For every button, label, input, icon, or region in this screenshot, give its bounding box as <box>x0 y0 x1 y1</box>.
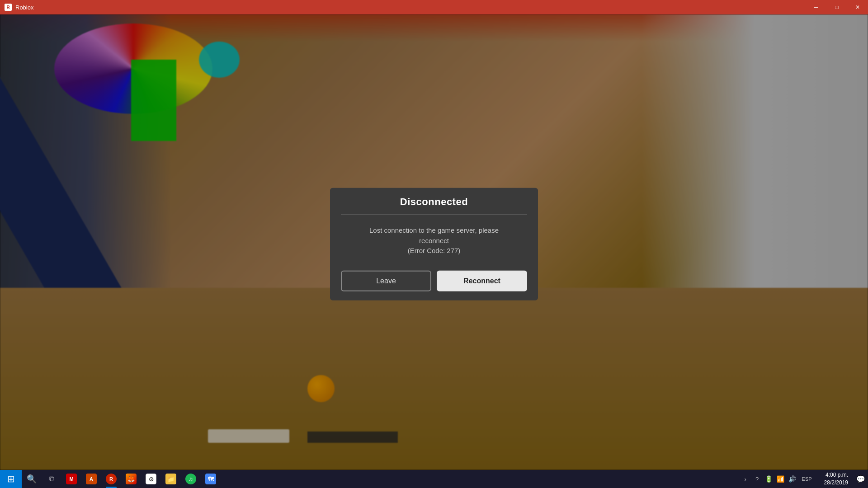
dialog-message-line2: reconnect <box>419 236 449 244</box>
roblox-icon: R <box>106 474 117 484</box>
taskbar-apps: ⧉ M A R 🦊 ⊙ 📁 ♫ 🗺 <box>42 470 740 488</box>
leave-button[interactable]: Leave <box>341 270 431 291</box>
chrome-icon: ⊙ <box>146 474 156 484</box>
minimize-button[interactable]: ─ <box>806 0 826 14</box>
taskbar-app-maps[interactable]: 🗺 <box>201 470 221 488</box>
mcafee-icon: M <box>66 474 77 484</box>
window-controls: ─ □ ✕ <box>806 0 868 14</box>
taskbar: ⊞ 🔍 ⧉ M A R 🦊 ⊙ 📁 <box>0 470 868 488</box>
search-icon: 🔍 <box>27 474 37 484</box>
reconnect-button[interactable]: Reconnect <box>437 270 527 291</box>
dialog-footer: Leave Reconnect <box>330 267 538 300</box>
taskview-button[interactable]: ⧉ <box>42 470 61 488</box>
window-title: Roblox <box>15 4 33 11</box>
app-icon: R <box>5 4 12 11</box>
tray-battery[interactable]: 🔋 <box>764 470 774 488</box>
dialog-body: Lost connection to the game server, plea… <box>330 215 538 267</box>
dialog-header: Disconnected <box>330 188 538 214</box>
file-explorer-icon: 📁 <box>165 474 176 484</box>
tray-language[interactable]: ESP <box>799 470 815 488</box>
taskbar-app-firefox[interactable]: 🦊 <box>121 470 141 488</box>
notification-icon: 💬 <box>856 475 865 483</box>
spotify-icon: ♫ <box>185 474 196 484</box>
taskbar-app-mcafee[interactable]: M <box>61 470 81 488</box>
dialog-message-line3: (Error Code: 277) <box>408 247 461 254</box>
taskview-icon: ⧉ <box>49 475 54 483</box>
search-button[interactable]: 🔍 <box>22 470 42 488</box>
avast-icon: A <box>86 474 97 484</box>
titlebar: R Roblox ─ □ ✕ <box>0 0 868 14</box>
taskbar-clock[interactable]: 4:00 p.m. 28/2/2019 <box>819 471 854 487</box>
taskbar-app-spotify[interactable]: ♫ <box>181 470 201 488</box>
dialog-title: Disconnected <box>400 196 468 207</box>
taskbar-app-file-explorer[interactable]: 📁 <box>161 470 181 488</box>
taskbar-app-chrome[interactable]: ⊙ <box>141 470 161 488</box>
system-tray: › ? 🔋 📶 🔊 ESP <box>740 470 819 488</box>
maps-icon: 🗺 <box>205 474 216 484</box>
tray-network[interactable]: 📶 <box>775 470 786 488</box>
notification-center-button[interactable]: 💬 <box>854 470 868 488</box>
tray-chevron[interactable]: › <box>740 470 751 488</box>
tray-volume[interactable]: 🔊 <box>787 470 798 488</box>
taskbar-app-roblox[interactable]: R <box>101 470 121 488</box>
disconnected-dialog: Disconnected Lost connection to the game… <box>330 188 538 300</box>
titlebar-left: R Roblox <box>0 4 33 11</box>
close-button[interactable]: ✕ <box>847 0 868 14</box>
tray-help[interactable]: ? <box>752 470 763 488</box>
maximize-button[interactable]: □ <box>826 0 847 14</box>
clock-date: 28/2/2019 <box>824 479 848 487</box>
clock-time: 4:00 p.m. <box>826 471 848 479</box>
taskbar-app-avast[interactable]: A <box>81 470 101 488</box>
start-icon: ⊞ <box>7 474 15 484</box>
dialog-message-line1: Lost connection to the game server, plea… <box>369 226 499 234</box>
firefox-icon: 🦊 <box>126 474 137 484</box>
start-button[interactable]: ⊞ <box>0 470 22 488</box>
